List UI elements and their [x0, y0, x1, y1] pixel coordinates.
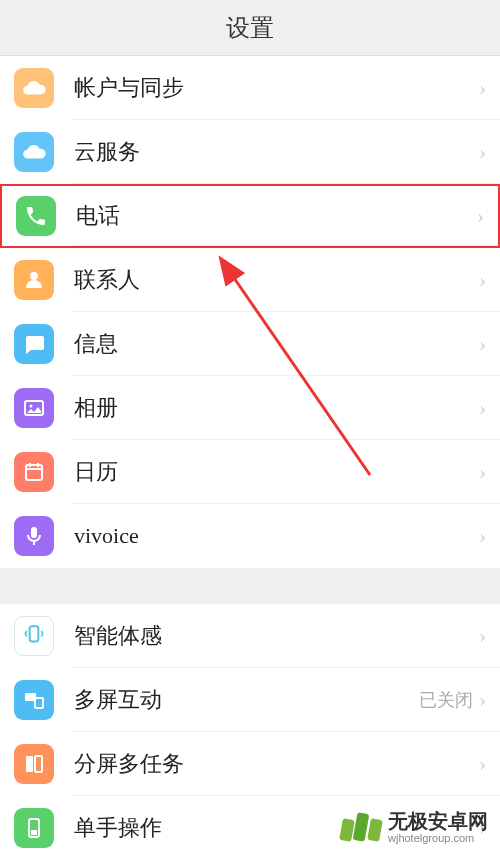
svg-point-0 [30, 272, 38, 280]
chevron-right-icon: › [479, 689, 486, 712]
row-label: 多屏互动 [74, 685, 419, 715]
row-value: 已关闭 [419, 688, 473, 712]
row-label: 电话 [76, 201, 477, 231]
chevron-right-icon: › [479, 625, 486, 648]
svg-rect-7 [31, 527, 37, 538]
chevron-right-icon: › [479, 141, 486, 164]
row-contacts[interactable]: 联系人› [0, 248, 500, 312]
chevron-right-icon: › [479, 525, 486, 548]
motion-icon [14, 616, 54, 656]
message-icon [14, 324, 54, 364]
chevron-right-icon: › [479, 77, 486, 100]
row-multi-screen[interactable]: 多屏互动已关闭› [0, 668, 500, 732]
row-label: 帐户与同步 [74, 73, 479, 103]
calendar-icon [14, 452, 54, 492]
row-messages[interactable]: 信息› [0, 312, 500, 376]
row-label: 智能体感 [74, 621, 479, 651]
row-label: 云服务 [74, 137, 479, 167]
chevron-right-icon: › [477, 205, 484, 228]
watermark-title: 无极安卓网 [388, 810, 488, 832]
row-smart-motion[interactable]: 智能体感› [0, 604, 500, 668]
chevron-right-icon: › [479, 333, 486, 356]
onehand-icon [14, 808, 54, 848]
row-split-screen[interactable]: 分屏多任务› [0, 732, 500, 796]
row-label: 分屏多任务 [74, 749, 479, 779]
chevron-right-icon: › [479, 269, 486, 292]
row-calendar[interactable]: 日历› [0, 440, 500, 504]
watermark-sub: wjhotelgroup.com [388, 832, 488, 844]
svg-rect-12 [35, 756, 42, 772]
person-icon [14, 260, 54, 300]
row-phone[interactable]: 电话› [0, 184, 500, 248]
multiscreen-icon [14, 680, 54, 720]
row-label: 日历 [74, 457, 479, 487]
svg-rect-10 [35, 698, 43, 708]
photo-icon [14, 388, 54, 428]
row-label: vivoice [74, 523, 479, 549]
watermark-logo-icon [340, 813, 382, 841]
page-title: 设置 [226, 12, 274, 44]
chevron-right-icon: › [479, 461, 486, 484]
row-label: 信息 [74, 329, 479, 359]
cloud-sync-icon [14, 68, 54, 108]
chevron-right-icon: › [479, 397, 486, 420]
chevron-right-icon: › [479, 753, 486, 776]
row-vivoice[interactable]: vivoice› [0, 504, 500, 568]
svg-rect-3 [26, 465, 42, 480]
svg-point-2 [30, 405, 33, 408]
header: 设置 [0, 0, 500, 56]
svg-rect-11 [26, 756, 33, 772]
watermark: 无极安卓网 wjhotelgroup.com [340, 810, 488, 844]
row-label: 联系人 [74, 265, 479, 295]
phone-icon [16, 196, 56, 236]
mic-icon [14, 516, 54, 556]
row-account-sync[interactable]: 帐户与同步› [0, 56, 500, 120]
row-cloud-service[interactable]: 云服务› [0, 120, 500, 184]
cloud-icon [14, 132, 54, 172]
split-icon [14, 744, 54, 784]
row-label: 相册 [74, 393, 479, 423]
row-photos[interactable]: 相册› [0, 376, 500, 440]
svg-rect-8 [30, 626, 39, 641]
